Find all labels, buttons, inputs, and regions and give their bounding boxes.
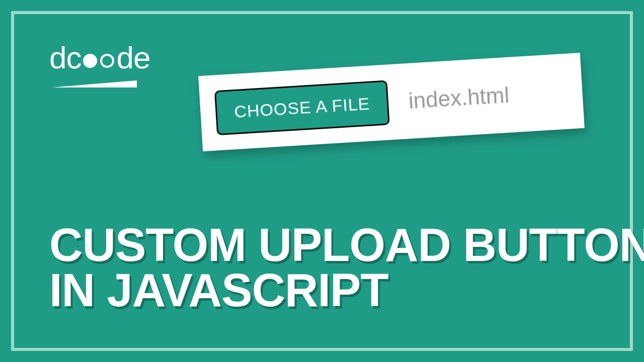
logo-prefix: dc (49, 42, 81, 73)
upload-card-inner: CHOOSE A FILE index.html (198, 53, 585, 151)
logo-underline-icon (51, 80, 137, 87)
headline-line-1: CUSTOM UPLOAD BUTTON (49, 222, 644, 267)
headline-line-2: IN JAVASCRIPT (49, 267, 644, 313)
selected-filename: index.html (408, 82, 510, 114)
headline: CUSTOM UPLOAD BUTTON IN JAVASCRIPT (49, 222, 644, 313)
logo-o-filled-icon (83, 54, 97, 68)
logo-suffix: de (116, 42, 150, 73)
bordered-panel: dc de CHOOSE A FILE index.html CUSTOM UP… (11, 11, 633, 351)
logo-o-outline-icon (100, 54, 114, 68)
upload-card: CHOOSE A FILE index.html (198, 53, 585, 151)
logo-word: dc de (49, 42, 150, 73)
choose-file-button[interactable]: CHOOSE A FILE (214, 80, 390, 135)
dcode-logo: dc de (49, 42, 150, 87)
